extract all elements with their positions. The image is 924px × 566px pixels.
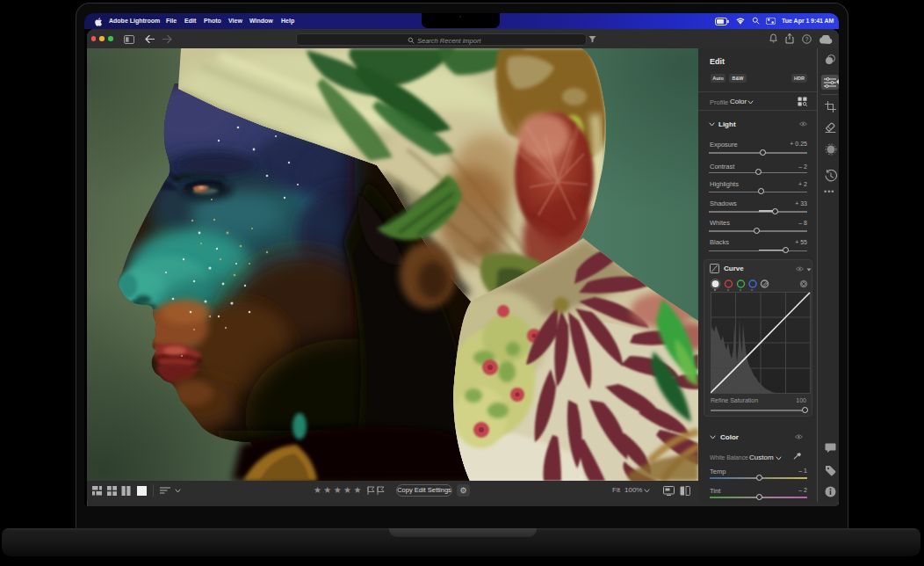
svg-text:?: ? — [805, 35, 809, 41]
